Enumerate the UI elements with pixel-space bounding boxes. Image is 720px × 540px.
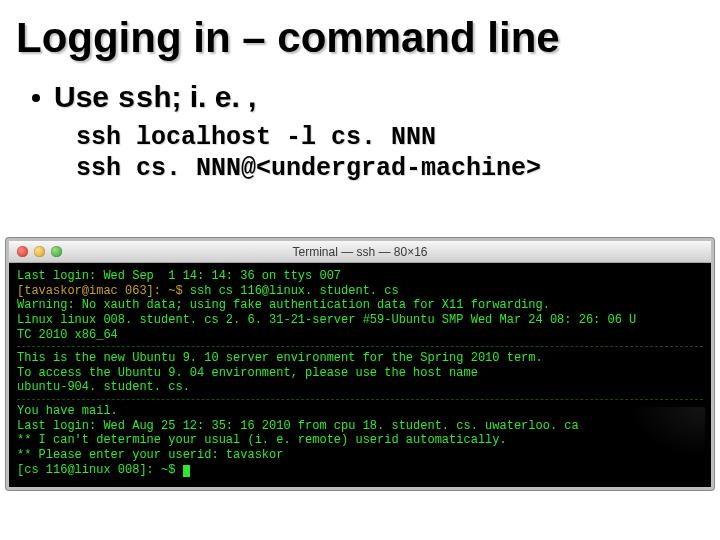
term-line: ssh cs 116@linux. student. cs: [183, 284, 399, 298]
term-line: ubuntu-904. student. cs.: [17, 380, 190, 394]
divider-line: [17, 399, 703, 400]
term-line: ** I can't determine your usual (i. e. r…: [17, 433, 507, 447]
bullet-mono: ssh: [117, 82, 171, 116]
term-line: Warning: No xauth data; using fake authe…: [17, 298, 550, 312]
term-prompt: [cs 116@linux 008]: ~$: [17, 463, 183, 477]
bullet-text: Use ssh; i. e. ,: [54, 80, 256, 116]
command-examples: ssh localhost -l cs. NNN ssh cs. NNN@<un…: [76, 122, 704, 185]
term-line: Last login: Wed Aug 25 12: 35: 16 2010 f…: [17, 419, 579, 433]
slide-title: Logging in – command line: [16, 14, 704, 62]
terminal-titlebar: Terminal — ssh — 80×16: [9, 241, 711, 263]
term-line: This is the new Ubuntu 9. 10 server envi…: [17, 351, 543, 365]
terminal-body[interactable]: Last login: Wed Sep 1 14: 14: 36 on ttys…: [9, 263, 711, 487]
bullet-suffix: ; i. e. ,: [171, 80, 256, 113]
terminal-window: Terminal — ssh — 80×16 Last login: Wed S…: [6, 238, 714, 490]
terminal-title: Terminal — ssh — 80×16: [9, 245, 711, 259]
term-line: Last login: Wed Sep 1 14: 14: 36 on ttys…: [17, 269, 341, 283]
divider-line: [17, 346, 703, 347]
term-host: [tavaskor@imac 063]: ~$: [17, 284, 183, 298]
term-line: ** Please enter your userid: tavaskor: [17, 448, 283, 462]
cmd-line-2: ssh cs. NNN@<undergrad-machine>: [76, 153, 704, 184]
bullet-dot-icon: [32, 94, 40, 102]
term-line: To access the Ubuntu 9. 04 environment, …: [17, 366, 478, 380]
term-line: TC 2010 x86_64: [17, 328, 118, 342]
cmd-line-1: ssh localhost -l cs. NNN: [76, 122, 704, 153]
slide: Logging in – command line Use ssh; i. e.…: [0, 0, 720, 540]
bullet-item: Use ssh; i. e. ,: [32, 80, 704, 116]
term-line: You have mail.: [17, 404, 118, 418]
term-line: Linux linux 008. student. cs 2. 6. 31-21…: [17, 313, 636, 327]
bullet-prefix: Use: [54, 80, 117, 113]
cursor-icon: [183, 465, 190, 477]
